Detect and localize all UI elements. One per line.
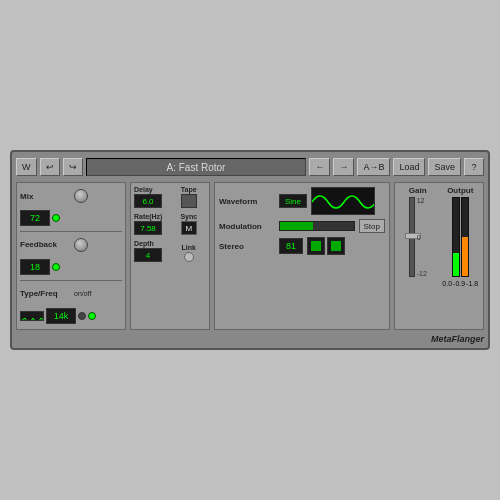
stereo-buttons xyxy=(307,237,345,255)
depth-link-row: Depth 4 Link xyxy=(134,240,206,262)
rate-value[interactable]: 7.58 xyxy=(134,221,162,235)
feedback-knob[interactable] xyxy=(74,238,88,252)
rate-section: Rate(Hz) 7.58 xyxy=(134,213,169,235)
tape-section: Tape xyxy=(172,186,207,208)
sync-value[interactable]: M xyxy=(181,221,197,235)
depth-label: Depth xyxy=(134,240,169,247)
mix-row: Mix xyxy=(20,186,122,206)
waveform-row: Waveform Sine xyxy=(219,187,385,215)
meter-fill-1 xyxy=(453,253,459,276)
mix-value-row: 72 xyxy=(20,208,122,228)
stereo-led-left xyxy=(311,241,321,251)
meter-fill-2 xyxy=(462,237,468,276)
stereo-label: Stereo xyxy=(219,242,275,251)
load-button[interactable]: Load xyxy=(393,158,425,176)
stereo-value[interactable]: 81 xyxy=(279,238,303,254)
mix-knob[interactable] xyxy=(74,189,88,203)
top-bar: W ↩ ↪ A: Fast Rotor ← → A→B Load Save ? xyxy=(16,156,484,178)
mix-value[interactable]: 72 xyxy=(20,210,50,226)
stereo-led-right xyxy=(331,241,341,251)
gain-label: Gain xyxy=(409,186,427,195)
depth-section: Depth 4 xyxy=(134,240,169,262)
modulation-row: Modulation Stop xyxy=(219,219,385,233)
waveform-display[interactable] xyxy=(311,187,375,215)
output-label: Output xyxy=(447,186,473,195)
gain-fader-track[interactable] xyxy=(409,197,415,277)
feedback-label: Feedback xyxy=(20,240,72,249)
prev-preset-button[interactable]: ← xyxy=(309,158,330,176)
gain-scale-top: 12 xyxy=(417,197,427,204)
redo-button[interactable]: ↪ xyxy=(63,158,83,176)
delay-label: Delay xyxy=(134,186,169,193)
waveform-type[interactable]: Sine xyxy=(279,194,307,208)
link-section: Link xyxy=(172,240,207,262)
sync-label: Sync xyxy=(180,213,197,220)
right-panel: Gain 12 0 -12 Output xyxy=(394,182,484,330)
mix-label: Mix xyxy=(20,192,72,201)
rate-label: Rate(Hz) xyxy=(134,213,169,220)
save-button[interactable]: Save xyxy=(428,158,461,176)
stop-button[interactable]: Stop xyxy=(359,219,385,233)
waves-logo[interactable]: W xyxy=(16,158,37,176)
bottom-bar: MetaFlanger xyxy=(16,332,484,346)
gain-fader-scale: 12 0 -12 xyxy=(409,197,427,277)
stereo-btn-left[interactable] xyxy=(307,237,325,255)
ab-button[interactable]: A→B xyxy=(357,158,390,176)
onoff-led[interactable] xyxy=(78,312,86,320)
meter-value-1: 0.0 xyxy=(442,280,452,287)
waveform-label: Waveform xyxy=(219,197,275,206)
gain-section: Gain 12 0 -12 xyxy=(398,186,438,326)
gain-scale-bot: -12 xyxy=(417,270,427,277)
type-value-row: 14k xyxy=(20,306,122,326)
mid-right-panel: Waveform Sine Modulation Stop Stereo xyxy=(214,182,390,330)
help-button[interactable]: ? xyxy=(464,158,484,176)
type-wave-display[interactable] xyxy=(20,311,44,321)
meter-value-2: -0.9 xyxy=(453,280,465,287)
mid-left-panel: Delay 6.0 Tape Rate(Hz) 7.58 Sync M xyxy=(130,182,210,330)
preset-display[interactable]: A: Fast Rotor xyxy=(86,158,307,176)
depth-value[interactable]: 4 xyxy=(134,248,162,262)
link-label: Link xyxy=(182,244,196,251)
tape-button[interactable] xyxy=(181,194,197,208)
feedback-row: Feedback xyxy=(20,235,122,255)
rate-sync-row: Rate(Hz) 7.58 Sync M xyxy=(134,213,206,235)
gain-scale: 12 0 -12 xyxy=(417,197,427,277)
feedback-value-row: 18 xyxy=(20,257,122,277)
modulation-bar[interactable] xyxy=(279,221,355,231)
type-led[interactable] xyxy=(88,312,96,320)
delay-value[interactable]: 6.0 xyxy=(134,194,162,208)
divider2 xyxy=(20,280,122,281)
left-panel: Mix 72 Feedback 18 Type/Freq on/off xyxy=(16,182,126,330)
undo-button[interactable]: ↩ xyxy=(40,158,60,176)
stereo-btn-right[interactable] xyxy=(327,237,345,255)
type-label: Type/Freq xyxy=(20,289,72,298)
output-meters xyxy=(452,197,469,277)
meter-bar-1 xyxy=(452,197,460,277)
mix-led[interactable] xyxy=(52,214,60,222)
tape-label: Tape xyxy=(181,186,197,193)
next-preset-button[interactable]: → xyxy=(333,158,354,176)
sync-section: Sync M xyxy=(172,213,207,235)
link-button[interactable] xyxy=(184,252,194,262)
delay-tape-row: Delay 6.0 Tape xyxy=(134,186,206,208)
meter-values-row: 0.0 -0.9 -1.8 xyxy=(442,279,478,287)
modulation-fill xyxy=(280,222,313,230)
output-section: Output 0.0 -0.9 -1.8 xyxy=(441,186,481,326)
gain-scale-mid: 0 xyxy=(417,234,427,241)
feedback-led[interactable] xyxy=(52,263,60,271)
meter-bar-2 xyxy=(461,197,469,277)
stereo-row: Stereo 81 xyxy=(219,237,385,255)
divider1 xyxy=(20,231,122,232)
main-content: Mix 72 Feedback 18 Type/Freq on/off xyxy=(16,182,484,330)
gain-output-container: Gain 12 0 -12 Output xyxy=(398,186,480,326)
delay-section: Delay 6.0 xyxy=(134,186,169,208)
modulation-label: Modulation xyxy=(219,222,275,231)
plugin-main: W ↩ ↪ A: Fast Rotor ← → A→B Load Save ? … xyxy=(10,150,490,350)
on-off-label: on/off xyxy=(74,290,91,297)
type-freq-value[interactable]: 14k xyxy=(46,308,76,324)
plugin-name: MetaFlanger xyxy=(431,334,484,344)
meter-value-3: -1.8 xyxy=(466,280,478,287)
type-row: Type/Freq on/off xyxy=(20,284,122,304)
feedback-value[interactable]: 18 xyxy=(20,259,50,275)
